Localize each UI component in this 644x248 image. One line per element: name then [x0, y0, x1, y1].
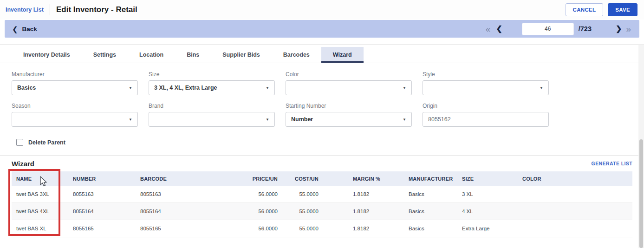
wizard-table: NAME NUMBER BARCODE PRICE/UN COST/UN MAR… [12, 171, 632, 248]
page-number-input[interactable] [522, 23, 574, 35]
starting-number-dropdown[interactable]: Number ▼ [286, 112, 412, 127]
tab-bar: Inventory Details Settings Location Bins… [0, 47, 644, 63]
delete-parent-label: Delete Parent [28, 139, 65, 146]
top-header: Inventory List Edit Inventory - Retail C… [0, 0, 644, 20]
save-button[interactable]: SAVE [608, 3, 637, 16]
field-color: Color ▼ [286, 71, 412, 95]
field-label: Brand [149, 103, 275, 109]
prev-page-icon[interactable]: ❮ [496, 25, 502, 33]
field-size: Size 3 XL, 4 XL, Extra Large ▼ [149, 71, 275, 95]
cancel-button[interactable]: CANCEL [566, 3, 604, 16]
field-label: Style [423, 71, 549, 78]
column-header-size[interactable]: SIZE [462, 171, 518, 186]
navigation-bar: ❮ Back « ❮ /723 ❯ » [5, 20, 639, 38]
chevron-down-icon: ▼ [129, 117, 132, 122]
field-origin: Origin [423, 103, 549, 127]
field-label: Size [149, 71, 275, 78]
manufacturer-dropdown[interactable]: Basics ▼ [12, 80, 138, 95]
tab-location[interactable]: Location [128, 47, 175, 63]
column-header-color[interactable]: COLOR [518, 171, 583, 186]
wizard-section-title: Wizard [12, 160, 34, 168]
next-page-icon[interactable]: ❯ [616, 25, 622, 33]
tab-inventory-details[interactable]: Inventory Details [12, 47, 82, 63]
tab-wizard[interactable]: Wizard [321, 47, 364, 63]
tab-barcodes[interactable]: Barcodes [272, 47, 321, 63]
vertical-scrollbar-thumb[interactable] [639, 139, 643, 248]
wizard-form: Manufacturer Basics ▼ Size 3 XL, 4 XL, E… [0, 63, 644, 134]
section-separator [0, 38, 644, 45]
field-style: Style ▼ [423, 71, 549, 95]
delete-parent-checkbox[interactable] [16, 139, 23, 146]
tab-bins[interactable]: Bins [175, 47, 211, 63]
column-header-price[interactable]: PRICE/UN [219, 171, 280, 186]
field-label: Origin [423, 103, 549, 109]
back-label: Back [22, 26, 37, 33]
wizard-section: Wizard GENERATE LIST NAME NUMBER BARCODE… [0, 155, 644, 248]
season-dropdown[interactable]: ▼ [12, 112, 138, 127]
tab-supplier-bids[interactable]: Supplier Bids [211, 47, 272, 63]
generate-list-button[interactable]: GENERATE LIST [592, 161, 632, 166]
vertical-scrollbar-track[interactable] [638, 45, 644, 248]
table-row[interactable]: twet BAS 3XL 8055163 8055163 56.0000 55.… [12, 186, 632, 203]
wizard-section-header: Wizard GENERATE LIST [12, 156, 632, 171]
origin-input[interactable] [423, 112, 549, 127]
size-dropdown[interactable]: 3 XL, 4 XL, Extra Large ▼ [149, 80, 275, 95]
chevron-down-icon: ▼ [266, 117, 269, 122]
field-manufacturer: Manufacturer Basics ▼ [12, 71, 138, 95]
color-dropdown[interactable]: ▼ [286, 80, 412, 95]
chevron-down-icon: ▼ [266, 86, 269, 90]
table-header-row: NAME NUMBER BARCODE PRICE/UN COST/UN MAR… [12, 171, 632, 186]
field-label: Starting Number [286, 103, 412, 109]
breadcrumb-inventory-list[interactable]: Inventory List [6, 7, 44, 13]
field-season: Season ▼ [12, 103, 138, 127]
page-title: Edit Inventory - Retail [56, 5, 137, 14]
last-page-icon[interactable]: » [626, 25, 631, 33]
field-label: Color [286, 71, 412, 78]
field-brand: Brand ▼ [149, 103, 275, 127]
column-header-margin[interactable]: MARGIN % [320, 171, 409, 186]
column-header-number[interactable]: NUMBER [68, 171, 136, 186]
chevron-down-icon: ▼ [129, 86, 132, 90]
table-row[interactable]: twet BAS 4XL 8055164 8055164 56.0000 55.… [12, 203, 632, 220]
brand-dropdown[interactable]: ▼ [149, 112, 275, 127]
chevron-down-icon: ▼ [403, 86, 406, 90]
table-row-empty [12, 237, 632, 248]
column-header-manufacturer[interactable]: MANUFACTURER [409, 171, 462, 186]
field-label: Manufacturer [12, 71, 138, 78]
back-button[interactable]: ❮ Back [12, 26, 37, 33]
back-chevron-icon: ❮ [12, 26, 18, 33]
chevron-down-icon: ▼ [403, 117, 406, 122]
field-label: Season [12, 103, 138, 109]
header-divider [50, 4, 50, 15]
table-row[interactable]: twet BAS XL 8055165 8055165 56.0000 55.0… [12, 220, 632, 237]
page-total: /723 [579, 25, 592, 33]
column-header-name[interactable]: NAME [12, 171, 68, 186]
column-header-cost[interactable]: COST/UN [280, 171, 320, 186]
column-header-barcode[interactable]: BARCODE [136, 171, 219, 186]
style-dropdown[interactable]: ▼ [423, 80, 549, 95]
delete-parent-row: Delete Parent [0, 134, 644, 146]
first-page-icon[interactable]: « [486, 25, 491, 33]
tab-settings[interactable]: Settings [82, 47, 128, 63]
chevron-down-icon: ▼ [540, 86, 543, 90]
record-pager: « ❮ /723 ❯ » [486, 23, 631, 35]
field-starting-number: Starting Number Number ▼ [286, 103, 412, 127]
